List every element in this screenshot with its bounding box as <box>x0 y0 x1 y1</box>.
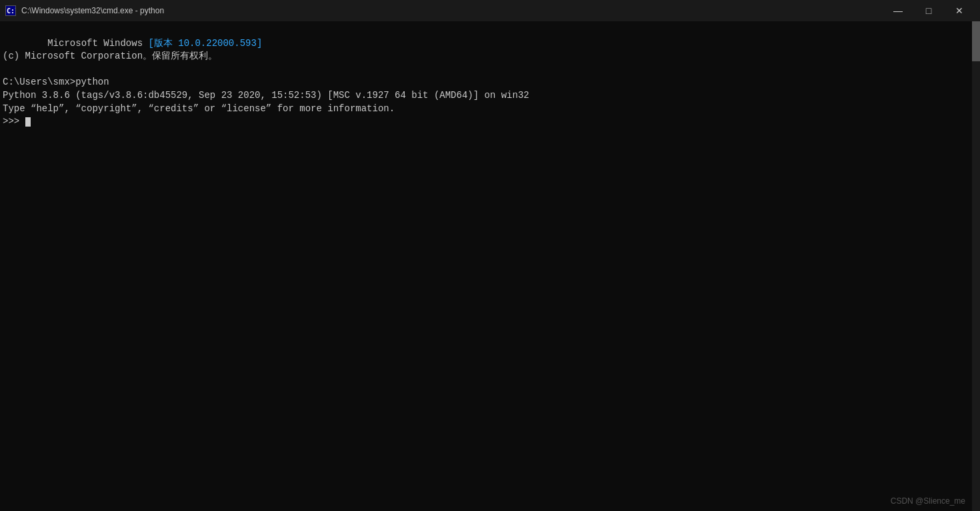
prompt-line: >>> <box>3 116 31 127</box>
console-output: Microsoft Windows [版本 10.0.22000.593] (c… <box>3 24 969 141</box>
version-highlight: [版本 10.0.22000.593] <box>148 38 262 49</box>
scrollbar[interactable] <box>972 21 980 511</box>
watermark: CSDN @Slience_me <box>891 496 965 506</box>
cmd-icon: C:\ <box>5 5 16 16</box>
maximize-button[interactable]: □ <box>913 0 944 21</box>
minimize-button[interactable]: — <box>883 0 913 21</box>
title-bar-left: C:\ C:\Windows\system32\cmd.exe - python <box>5 5 164 16</box>
console-area[interactable]: Microsoft Windows [版本 10.0.22000.593] (c… <box>0 21 980 511</box>
scrollbar-thumb[interactable] <box>972 21 980 61</box>
windows-line2: (c) Microsoft Corporation。保留所有权利。 <box>3 51 217 61</box>
windows-line1: Microsoft Windows [版本 10.0.22000.593] <box>47 38 262 49</box>
window-title: C:\Windows\system32\cmd.exe - python <box>21 6 164 15</box>
cursor <box>25 117 31 127</box>
svg-text:C:\: C:\ <box>7 7 15 15</box>
close-button[interactable]: ✕ <box>944 0 975 21</box>
console-content[interactable]: Microsoft Windows [版本 10.0.22000.593] (c… <box>0 21 972 511</box>
type-help-line: Type “help”, “copyright”, “credits” or “… <box>3 103 395 114</box>
window-controls: — □ ✕ <box>883 0 975 21</box>
cmd-window: C:\ C:\Windows\system32\cmd.exe - python… <box>0 0 980 511</box>
title-bar: C:\ C:\Windows\system32\cmd.exe - python… <box>0 0 980 21</box>
python-version-line: Python 3.8.6 (tags/v3.8.6:db45529, Sep 2… <box>3 90 529 101</box>
python-command-line: C:\Users\smx>python <box>3 77 109 87</box>
